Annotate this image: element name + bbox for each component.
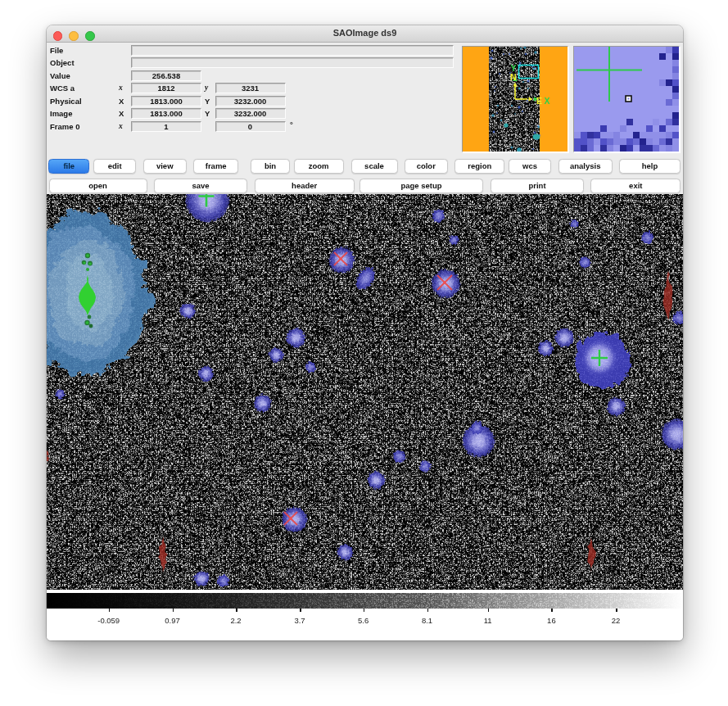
svg-text:E: E [536, 96, 542, 106]
svg-text:N: N [510, 72, 517, 82]
svg-text:X: X [545, 96, 550, 106]
